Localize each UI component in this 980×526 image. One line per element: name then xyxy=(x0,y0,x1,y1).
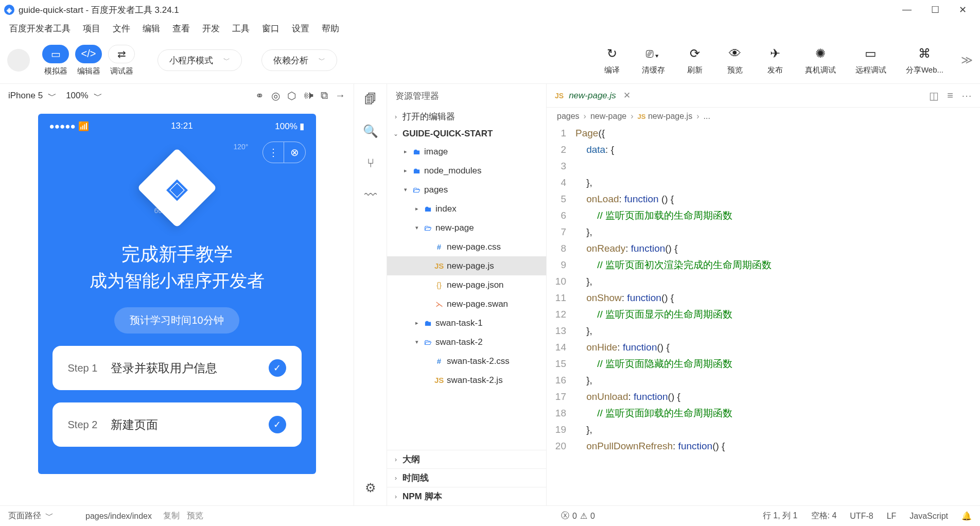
app-icon: ◈ xyxy=(4,5,14,15)
code-editor[interactable]: 1234567891011121314151617181920 Page({ d… xyxy=(547,125,980,505)
js-icon: JS xyxy=(555,92,564,100)
git-icon[interactable]: ⑂ xyxy=(367,156,374,170)
split-icon[interactable]: ◫ xyxy=(929,90,939,102)
bell-icon[interactable]: 🔔 xyxy=(961,511,972,521)
action-发布[interactable]: ✈发布 xyxy=(765,46,785,75)
file-tree: ▸🖿image▸🖿node_modules▾🗁pages▸🖿index▾🗁new… xyxy=(387,142,546,450)
phone-frame[interactable]: ●●●●● 📶 13:21 100% ▮ ⋮ ⊗ 120° 60° ◈ 完成新手… xyxy=(38,114,316,474)
close-icon[interactable]: ✕ xyxy=(623,90,631,101)
page-path: pages/index/index xyxy=(85,512,152,521)
tab-new-page-js[interactable]: JS new-page.js ✕ xyxy=(547,84,639,107)
analyze-dropdown[interactable]: 依赖分析 ﹀ xyxy=(261,49,337,71)
tree-item-new-page.js[interactable]: JSnew-page.js xyxy=(387,256,546,275)
tree-item-index[interactable]: ▸🖿index xyxy=(387,199,546,218)
explorer-section-大纲[interactable]: ›大纲 xyxy=(387,450,546,468)
menu-工具[interactable]: 工具 xyxy=(228,22,254,36)
close-circle-icon[interactable]: ⊗ xyxy=(284,142,306,163)
project-section[interactable]: ⌄GUIDE-QUICK-START xyxy=(387,126,546,142)
explorer-section-时间线[interactable]: ›时间线 xyxy=(387,468,546,487)
monitor-icon[interactable]: 〰 xyxy=(364,188,377,202)
tree-item-node_modules[interactable]: ▸🖿node_modules xyxy=(387,161,546,180)
cube-icon[interactable]: ⬡ xyxy=(287,90,296,102)
action-远程调试[interactable]: ▭远程调试 xyxy=(855,46,886,75)
tree-item-image[interactable]: ▸🖿image xyxy=(387,142,546,161)
action-预览[interactable]: 👁预览 xyxy=(725,46,745,75)
menu-项目[interactable]: 项目 xyxy=(79,22,104,36)
maximize-button[interactable]: ☐ xyxy=(931,4,939,15)
zoom-select[interactable]: 100%﹀ xyxy=(66,90,102,102)
search-icon[interactable]: 🔍 xyxy=(363,124,378,138)
tree-item-new-page.css[interactable]: #new-page.css xyxy=(387,237,546,256)
action-刷新[interactable]: ⟳刷新 xyxy=(685,46,705,75)
breadcrumb-item[interactable]: JS new-page.js xyxy=(638,112,693,121)
toolbar: ▭模拟器</>编辑器⇄调试器 小程序模式 ﹀ 依赖分析 ﹀ ↻编译⎚▾清缓存⟳刷… xyxy=(0,37,980,83)
editor-panel: JS new-page.js ✕ ◫ ≡ ⋯ pages›new-page›JS… xyxy=(547,84,980,505)
menu-开发[interactable]: 开发 xyxy=(198,22,224,36)
list-icon[interactable]: ≡ xyxy=(947,90,953,102)
avatar[interactable] xyxy=(7,49,30,72)
action-分享Web...[interactable]: ⌘分享Web... xyxy=(906,46,943,75)
preview-link[interactable]: 预览 xyxy=(187,511,203,520)
time-badge: 预计学习时间10分钟 xyxy=(114,307,239,334)
close-button[interactable]: ✕ xyxy=(959,4,967,15)
copy-link[interactable]: 复制 xyxy=(163,511,180,520)
minimize-button[interactable]: — xyxy=(902,4,912,15)
menu-icon[interactable]: ⋮ xyxy=(262,142,284,163)
tree-item-new-page.json[interactable]: {}new-page.json xyxy=(387,275,546,294)
breadcrumb-item[interactable]: ... xyxy=(703,112,710,121)
breadcrumb-item[interactable]: new-page xyxy=(590,112,626,121)
explorer-bottom-sections: ›大纲›时间线›NPM 脚本 xyxy=(387,450,546,505)
menu-帮助[interactable]: 帮助 xyxy=(318,22,343,36)
chevron-down-icon: ﹀ xyxy=(45,511,54,521)
tree-item-pages[interactable]: ▾🗁pages xyxy=(387,180,546,199)
tree-item-swan-task-2.css[interactable]: #swan-task-2.css xyxy=(387,352,546,371)
tree-item-swan-task-1[interactable]: ▸🖿swan-task-1 xyxy=(387,313,546,332)
action-编译[interactable]: ↻编译 xyxy=(602,46,622,75)
problems[interactable]: ⓧ0 ⚠0 xyxy=(561,511,595,521)
titlebar: ◈ guide-quick-start - 百度开发者工具 3.24.1 — ☐… xyxy=(0,0,980,20)
code-content[interactable]: Page({ data: { }, onLoad: function () { … xyxy=(575,125,980,505)
page-path-select[interactable]: 页面路径﹀ xyxy=(8,511,54,521)
gear-icon[interactable]: ⚙ xyxy=(365,481,376,495)
step-card[interactable]: Step 2新建页面✓ xyxy=(52,402,302,447)
open-editors-section[interactable]: ›打开的编辑器 xyxy=(387,108,546,126)
menu-文件[interactable]: 文件 xyxy=(109,22,134,36)
tree-item-new-page[interactable]: ▾🗁new-page xyxy=(387,218,546,237)
copy-icon[interactable]: ⧉ xyxy=(321,90,328,102)
files-icon[interactable]: 🗐 xyxy=(364,92,377,107)
more-icon[interactable]: ⋯ xyxy=(961,90,972,102)
step-card[interactable]: Step 1登录并获取用户信息✓ xyxy=(52,346,302,390)
menu-百度开发者工具[interactable]: 百度开发者工具 xyxy=(5,22,75,36)
device-select[interactable]: iPhone 5﹀ xyxy=(8,90,57,102)
indent-setting[interactable]: 空格: 4 xyxy=(811,511,837,521)
main-tab-调试器[interactable]: ⇄调试器 xyxy=(108,45,135,76)
cursor-position[interactable]: 行 1, 列 1 xyxy=(763,511,798,521)
compass-icon[interactable]: ◎ xyxy=(271,90,280,102)
more-icon[interactable]: ≫ xyxy=(961,54,973,67)
link-icon[interactable]: ⚭ xyxy=(255,90,264,102)
tree-item-new-page.swan[interactable]: ⋋new-page.swan xyxy=(387,294,546,313)
line-numbers: 1234567891011121314151617181920 xyxy=(547,125,575,505)
menu-编辑[interactable]: 编辑 xyxy=(138,22,164,36)
main-tab-模拟器[interactable]: ▭模拟器 xyxy=(42,45,69,76)
warning-icon: ⚠ xyxy=(580,511,587,521)
encoding[interactable]: UTF-8 xyxy=(850,512,873,521)
tree-item-swan-task-2[interactable]: ▾🗁swan-task-2 xyxy=(387,332,546,352)
mode-dropdown[interactable]: 小程序模式 ﹀ xyxy=(157,49,242,71)
eol[interactable]: LF xyxy=(887,512,897,521)
main-tab-编辑器[interactable]: </>编辑器 xyxy=(75,45,102,76)
arrow-right-icon[interactable]: → xyxy=(335,90,345,102)
breadcrumb[interactable]: pages›new-page›JS new-page.js›... xyxy=(547,108,980,125)
action-清缓存[interactable]: ⎚▾清缓存 xyxy=(642,46,665,75)
menu-查看[interactable]: 查看 xyxy=(168,22,194,36)
breadcrumb-item[interactable]: pages xyxy=(557,112,580,121)
sound-icon[interactable]: 🕪 xyxy=(303,90,313,102)
hero-title-2: 成为智能小程序开发者 xyxy=(38,269,316,293)
language[interactable]: JavaScript xyxy=(909,512,948,521)
simulator-panel: iPhone 5﹀ 100%﹀ ⚭ ◎ ⬡ 🕪 ⧉ → ●●●●● 📶 13:2… xyxy=(0,84,354,505)
tree-item-swan-task-2.js[interactable]: JSswan-task-2.js xyxy=(387,371,546,390)
explorer-section-NPM 脚本[interactable]: ›NPM 脚本 xyxy=(387,487,546,505)
action-真机调试[interactable]: ✺真机调试 xyxy=(805,46,836,75)
menu-窗口[interactable]: 窗口 xyxy=(258,22,284,36)
menu-设置[interactable]: 设置 xyxy=(288,22,313,36)
